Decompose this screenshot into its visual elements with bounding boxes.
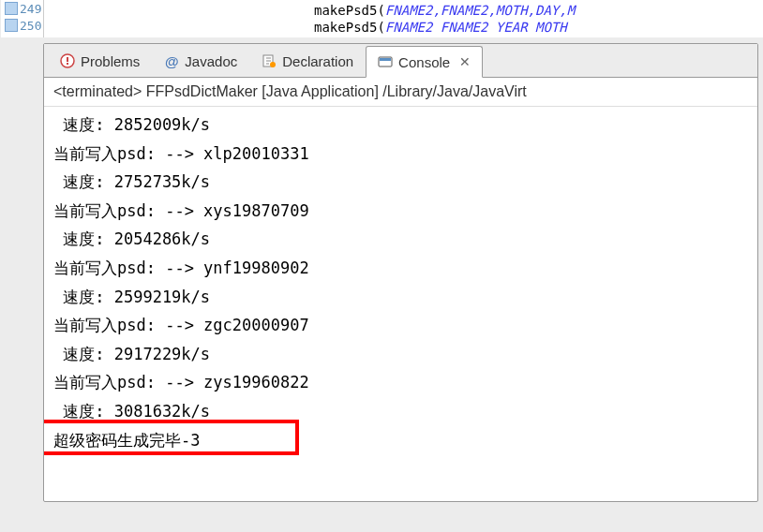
console-line: 速度: 2752735k/s <box>53 168 748 197</box>
console-line: 速度: 2599219k/s <box>53 283 748 312</box>
javadoc-icon: @ <box>164 53 179 68</box>
tab-javadoc[interactable]: @ Javadoc <box>152 45 249 77</box>
console-line: 速度: 3081632k/s <box>53 397 748 426</box>
svg-rect-2 <box>67 63 68 65</box>
console-line: 当前写入psd: --> xlp20010331 <box>53 140 748 169</box>
line-gutter: 249 250 <box>1 0 44 37</box>
console-line: 超级密码生成完毕-3 <box>53 426 748 455</box>
declaration-icon <box>262 53 277 68</box>
bottom-panel: Problems @ Javadoc Declaration Console ✕… <box>43 43 758 502</box>
console-line: 速度: 2852009k/s <box>53 111 748 140</box>
tab-problems[interactable]: Problems <box>48 45 152 77</box>
tab-label: Javadoc <box>185 53 237 69</box>
tab-label: Console <box>398 54 450 70</box>
problems-icon <box>60 53 75 68</box>
tab-declaration[interactable]: Declaration <box>249 45 366 77</box>
console-line: 当前写入psd: --> zgc20000907 <box>53 311 748 340</box>
tab-label: Problems <box>81 53 140 69</box>
breakpoint-icon[interactable] <box>5 2 18 15</box>
gutter-line: 250 <box>1 17 43 34</box>
close-icon[interactable]: ✕ <box>459 54 471 69</box>
svg-rect-6 <box>380 58 391 61</box>
line-number: 250 <box>20 19 41 33</box>
console-output[interactable]: 速度: 2852009k/s 当前写入psd: --> xlp20010331 … <box>44 107 757 501</box>
console-line: 当前写入psd: --> ynf19980902 <box>53 254 748 283</box>
svg-rect-1 <box>67 57 68 62</box>
svg-point-4 <box>270 62 276 67</box>
console-icon <box>378 54 393 69</box>
code-line[interactable]: makePsd5(FNAME2 FNAME2 YEAR MOTH <box>52 19 756 36</box>
tab-console[interactable]: Console ✕ <box>366 46 483 78</box>
console-line: 当前写入psd: --> xys19870709 <box>53 197 748 226</box>
editor-area: 249 250 makePsd5(FNAME2,FNAME2,MOTH,DAY,… <box>43 0 763 37</box>
console-line: 速度: 2917229k/s <box>53 340 748 369</box>
gutter-line: 249 <box>1 0 43 17</box>
tabs-bar: Problems @ Javadoc Declaration Console ✕ <box>44 44 757 78</box>
console-status: <terminated> FFPsdDictMaker [Java Applic… <box>44 78 757 107</box>
tab-label: Declaration <box>282 53 353 69</box>
breakpoint-icon[interactable] <box>5 19 18 32</box>
code-line[interactable]: makePsd5(FNAME2,FNAME2,MOTH,DAY,M <box>52 2 756 19</box>
console-line: 当前写入psd: --> zys19960822 <box>53 368 748 397</box>
console-line: 速度: 2054286k/s <box>53 225 748 254</box>
line-number: 249 <box>20 2 41 16</box>
